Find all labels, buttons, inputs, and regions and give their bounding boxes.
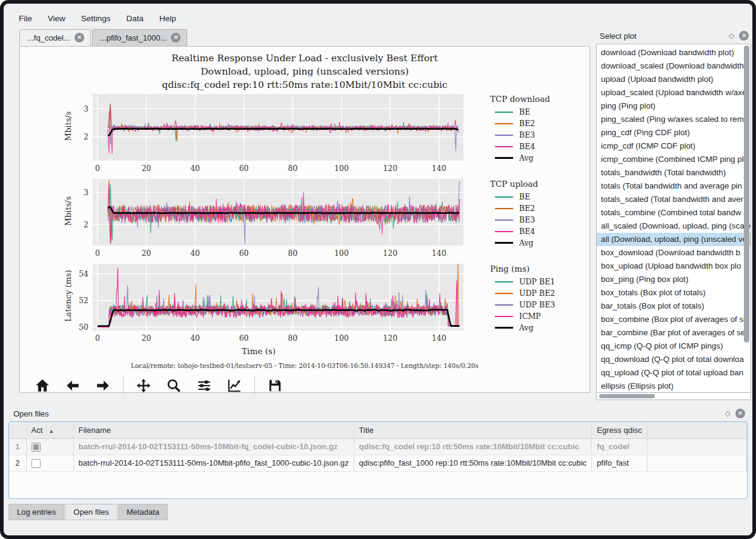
- float-panel-icon[interactable]: ◇: [729, 32, 734, 40]
- table-row[interactable]: 2batch-rrul-2014-10-02T153111-50ms-10Mbi…: [9, 455, 747, 471]
- document-tab[interactable]: ...pfifo_fast_1000...✕: [92, 29, 188, 46]
- plot-list-item[interactable]: all_scaled (Download, upload, ping (scal…: [597, 219, 751, 233]
- close-panel-icon[interactable]: ✕: [739, 31, 749, 41]
- horizontal-scrollbar-thumb[interactable]: [599, 394, 655, 398]
- plot-list-item[interactable]: bar_totals (Box plot of totals): [597, 300, 751, 313]
- plot-list-item[interactable]: totals_combine (Combined total bandw: [597, 206, 751, 219]
- ping-legend: Ping (ms)UDP BE1UDP BE2UDP BE3ICMPAvg: [474, 263, 579, 333]
- act-cell: [26, 438, 73, 455]
- title-column-header[interactable]: Title: [354, 422, 592, 438]
- plot-list-item[interactable]: all (Download, upload, ping (unscaled ve: [597, 233, 751, 246]
- menu-item-help[interactable]: Help: [153, 11, 183, 26]
- plot-list-item[interactable]: icmp_combine (Combined ICMP ping plo: [597, 153, 751, 166]
- plot-list-item[interactable]: totals (Total bandwidth and average pin: [597, 179, 751, 193]
- menu-item-file[interactable]: File: [12, 11, 39, 26]
- save-button[interactable]: [262, 375, 288, 396]
- qdisc-column-header[interactable]: Egress qdisc: [592, 422, 647, 438]
- legend-entry: BE: [486, 106, 579, 118]
- back-button[interactable]: [60, 375, 85, 396]
- plot-list-item[interactable]: bar_combine (Bar plot of averages of sev: [597, 326, 751, 340]
- main-content: ...fq_codel...✕...pfifo_fast_1000...✕ Re…: [4, 28, 752, 400]
- download-plot-canvas[interactable]: 23020406080100120140: [73, 93, 474, 176]
- home-button[interactable]: [30, 375, 55, 396]
- svg-text:0: 0: [95, 164, 100, 173]
- svg-text:120: 120: [383, 164, 397, 173]
- legend-entry: Avg: [486, 152, 579, 164]
- filename-column-header[interactable]: Filename: [73, 422, 354, 438]
- plot-list: download (Download bandwidth plot)downlo…: [596, 44, 751, 393]
- legend-swatch: [495, 146, 513, 147]
- plot-list-item[interactable]: box_upload (Upload bandwidth box plo: [597, 259, 751, 273]
- vertical-scrollbar[interactable]: [744, 45, 749, 391]
- document-tab-label: ...pfifo_fast_1000...: [100, 33, 167, 42]
- bottom-tab-log-entries[interactable]: Log entries: [8, 504, 64, 520]
- plot-list-item[interactable]: ping_scaled (Ping w/axes scaled to remo: [597, 113, 751, 126]
- plot-list-item[interactable]: qq_icmp (Q-Q plot of ICMP pings): [597, 340, 751, 353]
- plot-list-item[interactable]: box_ping (Ping box plot): [597, 273, 751, 286]
- close-panel-icon[interactable]: ✕: [735, 409, 745, 418]
- plot-list-item[interactable]: totals_bandwidth (Total bandwidth): [597, 166, 751, 179]
- select-plot-title: Select plot: [600, 32, 729, 41]
- upload-plot-canvas[interactable]: 23020406080100120140: [73, 178, 474, 261]
- toolbar-separator: [254, 377, 255, 395]
- plot-list-item[interactable]: qq_upload (Q-Q plot of total upload ban: [597, 366, 751, 380]
- legend-entry: ICMP: [486, 310, 579, 322]
- plot-list-item[interactable]: box_totals (Box plot of totals): [597, 286, 751, 300]
- qdisc-cell: pfifo_fast: [592, 455, 647, 471]
- zoom-button[interactable]: [161, 375, 187, 396]
- table-row[interactable]: 1batch-rrul-2014-10-02T153111-50ms-10Mbi…: [9, 438, 747, 455]
- download-y-axis-label: Mbits/s: [62, 93, 73, 159]
- bottom-tab-open-files[interactable]: Open files: [65, 504, 118, 520]
- legend-entry: UDP BE2: [486, 287, 579, 299]
- pan-button[interactable]: [131, 375, 156, 396]
- plot-toolbar: [20, 369, 589, 396]
- plot-list-item[interactable]: download_scaled (Download bandwidth: [597, 59, 751, 73]
- legend-title: Ping (ms): [486, 264, 579, 273]
- close-tab-icon[interactable]: ✕: [75, 33, 84, 42]
- close-tab-icon[interactable]: ✕: [171, 33, 181, 42]
- subplot-upload: Mbits/s 23020406080100120140 TCP uploadB…: [20, 178, 589, 261]
- filename-cell: batch-rrul-2014-10-02T153111-50ms-10Mbit…: [73, 455, 354, 471]
- open-files-panel: Open files ◇ ✕ Act▲ Filename Title Egres…: [8, 406, 748, 499]
- menu-item-settings[interactable]: Settings: [75, 11, 118, 26]
- axes-options-button[interactable]: [222, 375, 247, 396]
- plot-list-item[interactable]: ellipsis (Ellipsis plot): [597, 380, 751, 393]
- legend-label: Avg: [519, 153, 534, 162]
- upload-legend: TCP uploadBEBE2BE3BE4Avg: [474, 178, 579, 249]
- svg-text:3: 3: [84, 104, 88, 113]
- menu-item-data[interactable]: Data: [120, 11, 151, 26]
- float-panel-icon[interactable]: ◇: [725, 409, 731, 418]
- legend-swatch: [495, 281, 513, 283]
- active-checkbox: [31, 443, 41, 452]
- plot-list-item[interactable]: qq_download (Q-Q plot of total downloa: [597, 353, 751, 366]
- legend-label: BE: [519, 192, 530, 201]
- menu-item-view[interactable]: View: [41, 11, 72, 26]
- plot-list-item[interactable]: totals_scaled (Total bandwidth and aver: [597, 193, 751, 206]
- legend-swatch: [495, 242, 513, 244]
- plot-list-item[interactable]: ping (Ping plot): [597, 99, 751, 113]
- vertical-scrollbar-thumb[interactable]: [744, 45, 749, 343]
- legend-swatch: [495, 196, 513, 198]
- plot-figure: Realtime Response Under Load - exclusive…: [19, 46, 590, 393]
- svg-text:2: 2: [84, 132, 88, 141]
- document-tab-label: ...fq_codel...: [27, 33, 70, 42]
- configure-subplots-button[interactable]: [191, 375, 217, 396]
- plot-list-item[interactable]: download (Download bandwidth plot): [597, 46, 751, 59]
- bottom-tab-metadata[interactable]: Metadata: [118, 504, 168, 520]
- plot-list-item[interactable]: ping_cdf (Ping CDF plot): [597, 126, 751, 139]
- act-column-header[interactable]: Act▲: [26, 422, 73, 438]
- plot-list-item[interactable]: icmp_cdf (ICMP CDF plot): [597, 139, 751, 153]
- forward-button[interactable]: [90, 375, 116, 396]
- legend-entry: BE3: [486, 214, 579, 226]
- filename-cell: batch-rrul-2014-10-02T153111-50ms-10Mbit…: [73, 438, 354, 455]
- horizontal-scrollbar[interactable]: [596, 393, 751, 400]
- plot-list-item[interactable]: upload (Upload bandwidth plot): [597, 73, 751, 86]
- active-checkbox[interactable]: [31, 459, 41, 468]
- ping-plot-canvas[interactable]: 505254020406080100120140: [73, 263, 474, 346]
- plot-list-item[interactable]: box_download (Download bandwidth b: [597, 246, 751, 259]
- plot-list-item[interactable]: box_combine (Box plot of averages of se: [597, 313, 751, 326]
- svg-text:20: 20: [142, 333, 151, 343]
- svg-text:40: 40: [190, 164, 200, 173]
- document-tab[interactable]: ...fq_codel...✕: [19, 29, 91, 46]
- plot-list-item[interactable]: upload_scaled (Upload bandwidth w/axe: [597, 86, 751, 99]
